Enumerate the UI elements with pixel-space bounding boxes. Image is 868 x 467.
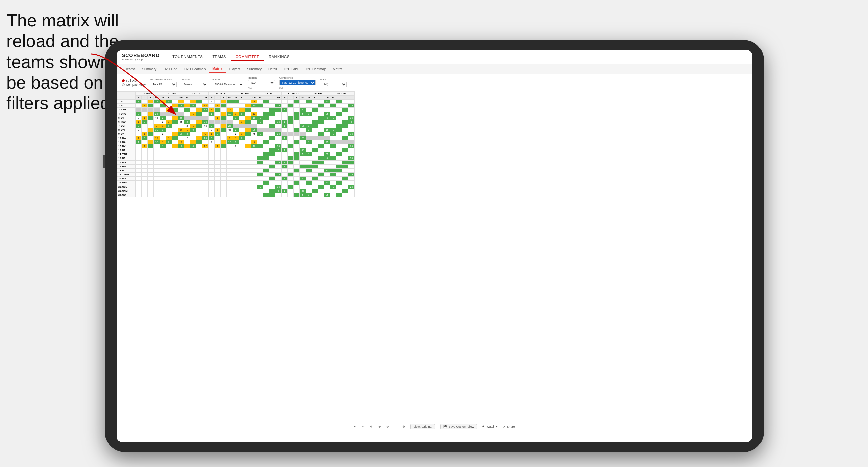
- subtab-players[interactable]: Players: [226, 66, 244, 72]
- cell-r23-c6-s3: 5: [300, 193, 306, 197]
- cell-r20-c1-s0: [160, 181, 166, 185]
- zoom-out-btn[interactable]: ⊖: [386, 425, 389, 428]
- cell-r17-c0-s2: [148, 169, 154, 173]
- cell-r12-c1-s0: [160, 148, 166, 152]
- cell-r7-c0-s3: 10: [154, 128, 160, 132]
- cell-r22-c3-s1: [215, 189, 221, 193]
- subtab-teams[interactable]: Teams: [122, 66, 139, 72]
- tablet-screen: SCOREBOARD Powered by clippd TOURNAMENTS…: [117, 50, 752, 442]
- cell-r13-c8-s0: [330, 152, 336, 156]
- subtab-h2h-grid2[interactable]: H2H Grid: [280, 66, 301, 72]
- subtab-h2h-heatmap2[interactable]: H2H Heatmap: [301, 66, 329, 72]
- conference-select[interactable]: Pac-12 Conference (All): [279, 80, 316, 85]
- cell-r10-c6-s1: [288, 140, 294, 144]
- save-custom-btn[interactable]: 💾 Save Custom View: [440, 424, 477, 429]
- cell-r6-c6-s3: 15: [300, 124, 306, 128]
- cell-r17-c7-s3: 15: [324, 169, 330, 173]
- radio-compact-label: Compact View: [126, 83, 146, 87]
- max-teams-select[interactable]: Top 25 Top 50: [150, 82, 177, 87]
- subtab-h2h-grid[interactable]: H2H Grid: [160, 66, 181, 72]
- cell-r12-c0-s1: [142, 148, 148, 152]
- zoom-in-btn[interactable]: ⊕: [378, 425, 381, 428]
- cell-r10-c7-s0: 1: [306, 140, 312, 144]
- settings-btn[interactable]: ⚙: [402, 425, 405, 428]
- cell-r9-c3-s2: [221, 136, 227, 140]
- nav-committee[interactable]: COMMITTEE: [231, 53, 264, 61]
- radio-full-view[interactable]: Full View: [122, 79, 146, 82]
- cell-r20-c5-s2: [269, 181, 275, 185]
- cell-r2-c1-s2: [172, 108, 178, 112]
- nav-rankings[interactable]: RANKINGS: [264, 53, 294, 61]
- cell-r15-c6-s0: 1: [282, 161, 288, 165]
- subtab-summary2[interactable]: Summary: [244, 66, 265, 72]
- cell-r7-c6-s0: [282, 128, 288, 132]
- cell-r15-c4-s1: [239, 161, 245, 165]
- undo-btn[interactable]: ↩: [354, 425, 357, 428]
- cell-r9-c8-s3: [348, 136, 355, 140]
- cell-r12-c0-s2: [148, 148, 154, 152]
- cell-r9-c7-s2: [318, 136, 324, 140]
- region-select[interactable]: N/A (All): [248, 80, 275, 85]
- cell-r11-c7-s2: [318, 144, 324, 148]
- subtab-matrix[interactable]: Matrix: [209, 66, 225, 73]
- refresh-btn[interactable]: ↺: [370, 425, 373, 428]
- radio-dot-full: [122, 79, 125, 82]
- cell-r15-c7-s0: [306, 161, 312, 165]
- cell-r16-c8-s2: [342, 165, 348, 169]
- dots-btn[interactable]: ···: [394, 425, 397, 428]
- cell-r18-c1-s3: [178, 173, 184, 177]
- cell-r21-c6-s3: [300, 185, 306, 189]
- cell-r9-c3-s1: [215, 136, 221, 140]
- cell-r17-c6-s3: [300, 169, 306, 173]
- view-original-btn[interactable]: View: Original: [410, 424, 435, 429]
- redo-btn[interactable]: ↪: [362, 425, 365, 428]
- division-select[interactable]: NCAA Division I: [212, 82, 244, 87]
- cell-r23-c8-s0: [330, 193, 336, 197]
- cell-r2-c3-s3: 12: [227, 108, 233, 112]
- cell-r4-c6-s1: [288, 116, 294, 120]
- cell-r16-c7-s0: 1: [306, 165, 312, 169]
- cell-r9-c1-s3: [178, 136, 184, 140]
- subtab-summary[interactable]: Summary: [139, 66, 160, 72]
- cell-r5-c7-s2: [318, 120, 324, 124]
- cell-r22-c4-s3: [251, 189, 257, 193]
- cell-r4-c6-s2: [294, 116, 300, 120]
- matrix-scroll-area[interactable]: 3. ASU 10. UW 11. UA 22. UCB 24. UO 27. …: [117, 91, 752, 397]
- matrix-content[interactable]: 3. ASU 10. UW 11. UA 22. UCB 24. UO 27. …: [117, 91, 752, 442]
- watch-btn[interactable]: 👁 Watch ▾: [482, 425, 498, 428]
- share-btn[interactable]: ↗ Share: [503, 425, 515, 428]
- cell-r5-c0-s3: [154, 120, 160, 124]
- cell-r12-c6-s3: 35: [300, 148, 306, 152]
- cell-r1-c4-s0: 2: [233, 104, 239, 108]
- table-row: 4. UNC226111810125135: [117, 112, 355, 116]
- radio-compact-view[interactable]: Compact View: [122, 83, 146, 87]
- cell-r18-c1-s0: [160, 173, 166, 177]
- cell-r20-c6-s1: [288, 181, 294, 185]
- cell-r12-c6-s0: 1: [282, 148, 288, 152]
- nav-tournaments[interactable]: TOURNAMENTS: [168, 53, 208, 61]
- cell-r6-c1-s0: 1: [160, 124, 166, 128]
- cell-r6-c4-s2: [245, 124, 251, 128]
- cell-r8-c8-s0: 1: [330, 132, 336, 136]
- cell-r7-c2-s3: [202, 128, 209, 132]
- cell-r2-c4-s2: [245, 108, 251, 112]
- cell-r14-c1-s2: [172, 156, 178, 161]
- subtab-detail[interactable]: Detail: [265, 66, 281, 72]
- cell-r23-c1-s1: [166, 193, 172, 197]
- subtab-h2h-heatmap[interactable]: H2H Heatmap: [181, 66, 209, 72]
- cell-r15-c1-s3: [178, 161, 184, 165]
- cell-r16-c6-s3: 15: [300, 165, 306, 169]
- sub-dif-ucla: Dif: [300, 96, 306, 100]
- cell-r6-c6-s0: 1: [282, 124, 288, 128]
- cell-r17-c4-s1: [239, 169, 245, 173]
- gender-select[interactable]: Men's Women's: [181, 82, 208, 87]
- cell-r1-c1-s3: 18: [178, 104, 184, 108]
- subtab-matrix2[interactable]: Matrix: [330, 66, 345, 72]
- cell-r17-c7-s0: 1: [306, 169, 312, 173]
- cell-r7-c8-s1: [336, 128, 342, 132]
- team-select[interactable]: (All): [320, 82, 347, 87]
- cell-r14-c0-s1: [142, 156, 148, 161]
- view-radio-group: Full View Compact View: [122, 79, 146, 87]
- cell-r1-c5-s2: [269, 104, 275, 108]
- nav-teams[interactable]: TEAMS: [208, 53, 231, 61]
